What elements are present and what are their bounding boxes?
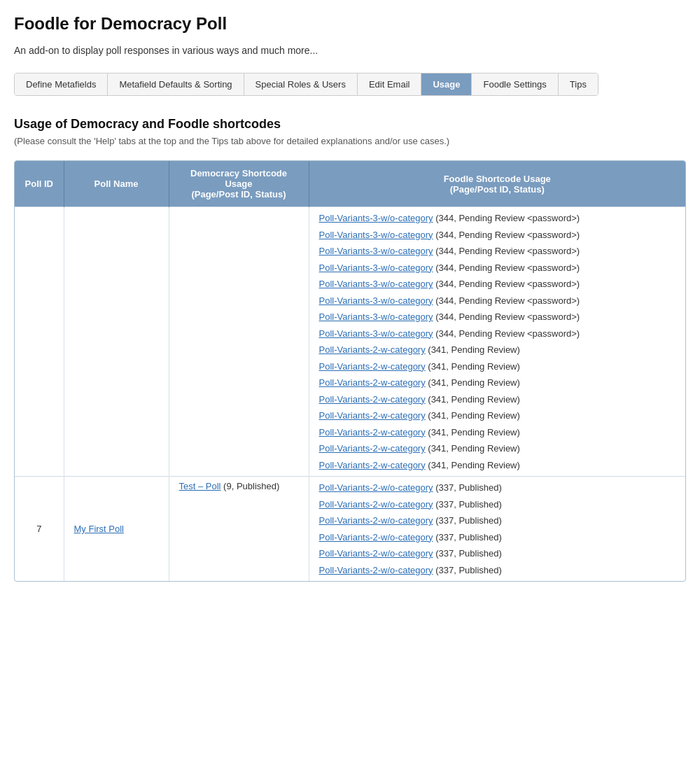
foodle-shortcode-link[interactable]: Poll-Variants-2-w-category <box>319 394 426 405</box>
foodle-shortcode-link[interactable]: Poll-Variants-2-w-category <box>319 443 426 454</box>
foodle-shortcode-info: (341, Pending Review) <box>426 361 520 372</box>
foodle-entry: Poll-Variants-2-w-category (341, Pending… <box>319 360 676 374</box>
foodle-shortcode-link[interactable]: Poll-Variants-3-w/o-category <box>319 295 433 306</box>
poll-id-cell: 7 <box>15 477 64 582</box>
democracy-shortcode-cell: Test – Poll (9, Published) <box>169 477 309 582</box>
foodle-entry: Poll-Variants-3-w/o-category (344, Pendi… <box>319 228 676 242</box>
foodle-shortcode-info: (344, Pending Review <password>) <box>433 295 580 306</box>
foodle-entry: Poll-Variants-2-w-category (341, Pending… <box>319 458 676 472</box>
col-democracy-shortcode: Democracy Shortcode Usage(Page/Post ID, … <box>169 161 309 207</box>
foodle-entry: Poll-Variants-2-w-category (341, Pending… <box>319 409 676 423</box>
tab-metafield-defaults[interactable]: Metafield Defaults & Sorting <box>108 74 244 95</box>
democracy-shortcode-link[interactable]: Test – Poll <box>179 481 221 491</box>
democracy-shortcode-cell <box>169 207 309 477</box>
foodle-shortcode-link[interactable]: Poll-Variants-3-w/o-category <box>319 246 433 256</box>
foodle-shortcode-info: (337, Published) <box>433 532 502 542</box>
foodle-shortcode-link[interactable]: Poll-Variants-3-w/o-category <box>319 328 433 339</box>
foodle-shortcode-cell: Poll-Variants-3-w/o-category (344, Pendi… <box>309 207 685 477</box>
section-title: Usage of Democracy and Foodle shortcodes <box>14 117 686 132</box>
foodle-shortcode-info: (344, Pending Review <password>) <box>433 262 580 273</box>
foodle-shortcode-link[interactable]: Poll-Variants-3-w/o-category <box>319 262 433 273</box>
foodle-shortcode-link[interactable]: Poll-Variants-2-w-category <box>319 377 426 388</box>
table-row: 7My First PollTest – Poll (9, Published)… <box>15 477 685 582</box>
foodle-entry: Poll-Variants-3-w/o-category (344, Pendi… <box>319 310 676 324</box>
col-foodle-shortcode: Foodle Shortcode Usage(Page/Post ID, Sta… <box>309 161 685 207</box>
foodle-shortcode-link[interactable]: Poll-Variants-2-w/o-category <box>319 548 433 559</box>
foodle-shortcode-info: (341, Pending Review) <box>426 460 520 470</box>
foodle-entry: Poll-Variants-3-w/o-category (344, Pendi… <box>319 327 676 341</box>
foodle-entry: Poll-Variants-2-w-category (341, Pending… <box>319 376 676 390</box>
usage-table: Poll ID Poll Name Democracy Shortcode Us… <box>15 161 685 581</box>
foodle-shortcode-info: (344, Pending Review <password>) <box>433 328 580 339</box>
foodle-shortcode-info: (344, Pending Review <password>) <box>433 279 580 289</box>
foodle-shortcode-link[interactable]: Poll-Variants-3-w/o-category <box>319 312 433 322</box>
foodle-entry: Poll-Variants-3-w/o-category (344, Pendi… <box>319 294 676 308</box>
table-row: Poll-Variants-3-w/o-category (344, Pendi… <box>15 207 685 477</box>
table-header: Poll ID Poll Name Democracy Shortcode Us… <box>15 161 685 207</box>
foodle-entry: Poll-Variants-2-w/o-category (337, Publi… <box>319 514 676 528</box>
tab-define-metafields[interactable]: Define Metafields <box>15 74 108 95</box>
tab-tips[interactable]: Tips <box>559 74 598 95</box>
poll-name-cell <box>64 207 169 477</box>
foodle-shortcode-info: (344, Pending Review <password>) <box>433 246 580 256</box>
democracy-shortcode-info: (9, Published) <box>220 481 279 491</box>
foodle-shortcode-link[interactable]: Poll-Variants-2-w/o-category <box>319 565 433 575</box>
foodle-shortcode-link[interactable]: Poll-Variants-3-w/o-category <box>319 213 433 223</box>
tab-bar: Define MetafieldsMetafield Defaults & So… <box>14 73 598 96</box>
poll-name-link[interactable]: My First Poll <box>74 524 125 534</box>
foodle-entry: Poll-Variants-2-w/o-category (337, Publi… <box>319 547 676 561</box>
tab-special-roles[interactable]: Special Roles & Users <box>244 74 358 95</box>
foodle-shortcode-info: (341, Pending Review) <box>426 427 520 438</box>
foodle-entry: Poll-Variants-3-w/o-category (344, Pendi… <box>319 211 676 225</box>
poll-name-cell: My First Poll <box>64 477 169 582</box>
page-subtitle: An add-on to display poll responses in v… <box>14 45 686 56</box>
foodle-shortcode-info: (341, Pending Review) <box>426 377 520 388</box>
section-note: (Please consult the 'Help' tabs at the t… <box>14 136 686 146</box>
col-poll-id: Poll ID <box>15 161 64 207</box>
foodle-shortcode-info: (341, Pending Review) <box>426 394 520 405</box>
foodle-entry: Poll-Variants-2-w/o-category (337, Publi… <box>319 498 676 512</box>
foodle-entry: Poll-Variants-2-w-category (341, Pending… <box>319 343 676 357</box>
foodle-shortcode-link[interactable]: Poll-Variants-2-w-category <box>319 427 426 438</box>
foodle-shortcode-info: (337, Published) <box>433 515 502 526</box>
foodle-shortcode-info: (341, Pending Review) <box>426 443 520 454</box>
foodle-entry: Poll-Variants-3-w/o-category (344, Pendi… <box>319 261 676 275</box>
foodle-shortcode-info: (337, Published) <box>433 499 502 510</box>
foodle-entry: Poll-Variants-3-w/o-category (344, Pendi… <box>319 277 676 291</box>
foodle-entry: Poll-Variants-2-w-category (341, Pending… <box>319 426 676 440</box>
foodle-shortcode-link[interactable]: Poll-Variants-2-w-category <box>319 410 426 421</box>
foodle-shortcode-info: (341, Pending Review) <box>426 410 520 421</box>
tab-usage[interactable]: Usage <box>421 74 472 95</box>
usage-table-wrapper: Poll ID Poll Name Democracy Shortcode Us… <box>14 160 686 582</box>
foodle-shortcode-info: (337, Published) <box>433 548 502 559</box>
foodle-shortcode-link[interactable]: Poll-Variants-2-w/o-category <box>319 532 433 542</box>
tab-edit-email[interactable]: Edit Email <box>358 74 422 95</box>
foodle-shortcode-cell: Poll-Variants-2-w/o-category (337, Publi… <box>309 477 685 582</box>
page-title: Foodle for Democracy Poll <box>14 14 686 34</box>
foodle-shortcode-link[interactable]: Poll-Variants-3-w/o-category <box>319 230 433 240</box>
foodle-shortcode-info: (337, Published) <box>433 482 502 493</box>
foodle-shortcode-link[interactable]: Poll-Variants-2-w-category <box>319 460 426 470</box>
foodle-shortcode-link[interactable]: Poll-Variants-3-w/o-category <box>319 279 433 289</box>
foodle-shortcode-link[interactable]: Poll-Variants-2-w-category <box>319 344 426 355</box>
foodle-shortcode-info: (344, Pending Review <password>) <box>433 230 580 240</box>
foodle-shortcode-link[interactable]: Poll-Variants-2-w/o-category <box>319 515 433 526</box>
poll-id-cell <box>15 207 64 477</box>
foodle-shortcode-info: (344, Pending Review <password>) <box>433 312 580 322</box>
foodle-entry: Poll-Variants-2-w/o-category (337, Publi… <box>319 564 676 578</box>
foodle-entry: Poll-Variants-3-w/o-category (344, Pendi… <box>319 244 676 258</box>
foodle-shortcode-info: (344, Pending Review <password>) <box>433 213 580 223</box>
foodle-entry: Poll-Variants-2-w-category (341, Pending… <box>319 442 676 456</box>
tab-foodle-settings[interactable]: Foodle Settings <box>472 74 558 95</box>
foodle-shortcode-link[interactable]: Poll-Variants-2-w/o-category <box>319 499 433 510</box>
table-body: Poll-Variants-3-w/o-category (344, Pendi… <box>15 207 685 582</box>
foodle-entry: Poll-Variants-2-w/o-category (337, Publi… <box>319 481 676 495</box>
foodle-shortcode-link[interactable]: Poll-Variants-2-w/o-category <box>319 482 433 493</box>
foodle-shortcode-link[interactable]: Poll-Variants-2-w-category <box>319 361 426 372</box>
foodle-entry: Poll-Variants-2-w-category (341, Pending… <box>319 393 676 407</box>
foodle-entry: Poll-Variants-2-w/o-category (337, Publi… <box>319 531 676 545</box>
col-poll-name: Poll Name <box>64 161 169 207</box>
foodle-shortcode-info: (337, Published) <box>433 565 502 575</box>
foodle-shortcode-info: (341, Pending Review) <box>426 344 520 355</box>
